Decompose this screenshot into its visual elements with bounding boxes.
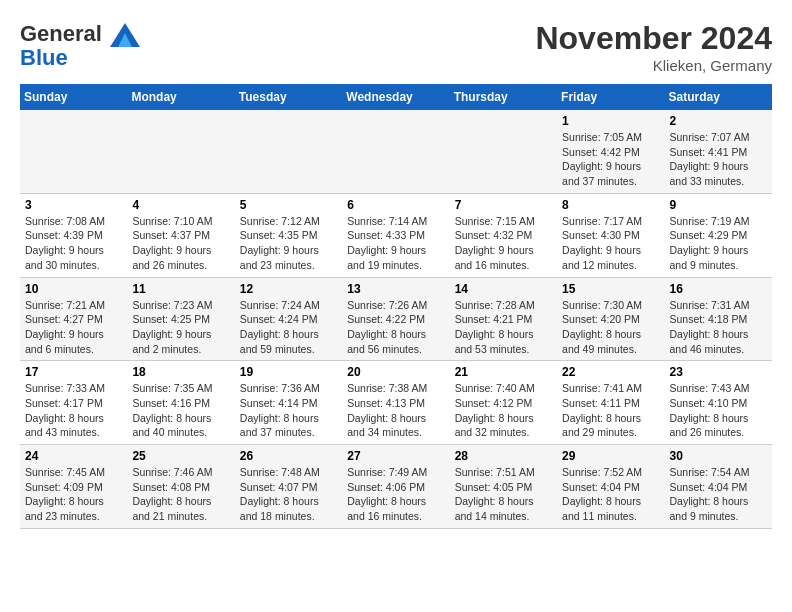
- week-row-1: 1Sunrise: 7:05 AMSunset: 4:42 PMDaylight…: [20, 110, 772, 193]
- week-row-5: 24Sunrise: 7:45 AMSunset: 4:09 PMDayligh…: [20, 445, 772, 529]
- day-info: Sunrise: 7:49 AMSunset: 4:06 PMDaylight:…: [347, 465, 444, 524]
- day-number: 24: [25, 449, 122, 463]
- calendar-cell: 24Sunrise: 7:45 AMSunset: 4:09 PMDayligh…: [20, 445, 127, 529]
- day-number: 30: [670, 449, 767, 463]
- weekday-header-wednesday: Wednesday: [342, 84, 449, 110]
- weekday-header-sunday: Sunday: [20, 84, 127, 110]
- week-row-2: 3Sunrise: 7:08 AMSunset: 4:39 PMDaylight…: [20, 193, 772, 277]
- calendar-cell: 9Sunrise: 7:19 AMSunset: 4:29 PMDaylight…: [665, 193, 772, 277]
- day-number: 4: [132, 198, 229, 212]
- title-block: November 2024 Klieken, Germany: [535, 20, 772, 74]
- day-number: 3: [25, 198, 122, 212]
- calendar-cell: 21Sunrise: 7:40 AMSunset: 4:12 PMDayligh…: [450, 361, 557, 445]
- day-info: Sunrise: 7:43 AMSunset: 4:10 PMDaylight:…: [670, 381, 767, 440]
- day-info: Sunrise: 7:54 AMSunset: 4:04 PMDaylight:…: [670, 465, 767, 524]
- day-number: 9: [670, 198, 767, 212]
- calendar-cell: 6Sunrise: 7:14 AMSunset: 4:33 PMDaylight…: [342, 193, 449, 277]
- logo: General Blue: [20, 20, 140, 70]
- calendar-cell: 27Sunrise: 7:49 AMSunset: 4:06 PMDayligh…: [342, 445, 449, 529]
- calendar-cell: 19Sunrise: 7:36 AMSunset: 4:14 PMDayligh…: [235, 361, 342, 445]
- calendar-cell: 13Sunrise: 7:26 AMSunset: 4:22 PMDayligh…: [342, 277, 449, 361]
- calendar-cell: 5Sunrise: 7:12 AMSunset: 4:35 PMDaylight…: [235, 193, 342, 277]
- calendar-cell: [127, 110, 234, 193]
- week-row-3: 10Sunrise: 7:21 AMSunset: 4:27 PMDayligh…: [20, 277, 772, 361]
- calendar-cell: 1Sunrise: 7:05 AMSunset: 4:42 PMDaylight…: [557, 110, 664, 193]
- week-row-4: 17Sunrise: 7:33 AMSunset: 4:17 PMDayligh…: [20, 361, 772, 445]
- day-number: 29: [562, 449, 659, 463]
- calendar-cell: [450, 110, 557, 193]
- day-info: Sunrise: 7:19 AMSunset: 4:29 PMDaylight:…: [670, 214, 767, 273]
- calendar-table: SundayMondayTuesdayWednesdayThursdayFrid…: [20, 84, 772, 529]
- weekday-header-saturday: Saturday: [665, 84, 772, 110]
- day-number: 23: [670, 365, 767, 379]
- day-info: Sunrise: 7:38 AMSunset: 4:13 PMDaylight:…: [347, 381, 444, 440]
- day-info: Sunrise: 7:15 AMSunset: 4:32 PMDaylight:…: [455, 214, 552, 273]
- day-info: Sunrise: 7:10 AMSunset: 4:37 PMDaylight:…: [132, 214, 229, 273]
- day-number: 2: [670, 114, 767, 128]
- day-info: Sunrise: 7:05 AMSunset: 4:42 PMDaylight:…: [562, 130, 659, 189]
- day-info: Sunrise: 7:21 AMSunset: 4:27 PMDaylight:…: [25, 298, 122, 357]
- calendar-cell: 3Sunrise: 7:08 AMSunset: 4:39 PMDaylight…: [20, 193, 127, 277]
- calendar-cell: 22Sunrise: 7:41 AMSunset: 4:11 PMDayligh…: [557, 361, 664, 445]
- calendar-cell: 15Sunrise: 7:30 AMSunset: 4:20 PMDayligh…: [557, 277, 664, 361]
- day-number: 7: [455, 198, 552, 212]
- calendar-cell: 18Sunrise: 7:35 AMSunset: 4:16 PMDayligh…: [127, 361, 234, 445]
- day-number: 15: [562, 282, 659, 296]
- calendar-cell: 29Sunrise: 7:52 AMSunset: 4:04 PMDayligh…: [557, 445, 664, 529]
- weekday-header-row: SundayMondayTuesdayWednesdayThursdayFrid…: [20, 84, 772, 110]
- logo-general: General: [20, 21, 102, 46]
- day-number: 16: [670, 282, 767, 296]
- day-number: 27: [347, 449, 444, 463]
- day-number: 6: [347, 198, 444, 212]
- day-number: 1: [562, 114, 659, 128]
- calendar-cell: 17Sunrise: 7:33 AMSunset: 4:17 PMDayligh…: [20, 361, 127, 445]
- calendar-cell: 26Sunrise: 7:48 AMSunset: 4:07 PMDayligh…: [235, 445, 342, 529]
- calendar-cell: 23Sunrise: 7:43 AMSunset: 4:10 PMDayligh…: [665, 361, 772, 445]
- page-header: General Blue November 2024 Klieken, Germ…: [20, 20, 772, 74]
- day-number: 25: [132, 449, 229, 463]
- day-number: 12: [240, 282, 337, 296]
- day-number: 10: [25, 282, 122, 296]
- day-number: 20: [347, 365, 444, 379]
- logo-blue: Blue: [20, 45, 68, 70]
- day-number: 13: [347, 282, 444, 296]
- weekday-header-tuesday: Tuesday: [235, 84, 342, 110]
- calendar-cell: 4Sunrise: 7:10 AMSunset: 4:37 PMDaylight…: [127, 193, 234, 277]
- day-info: Sunrise: 7:41 AMSunset: 4:11 PMDaylight:…: [562, 381, 659, 440]
- day-info: Sunrise: 7:33 AMSunset: 4:17 PMDaylight:…: [25, 381, 122, 440]
- day-info: Sunrise: 7:24 AMSunset: 4:24 PMDaylight:…: [240, 298, 337, 357]
- day-number: 14: [455, 282, 552, 296]
- weekday-header-friday: Friday: [557, 84, 664, 110]
- calendar-cell: 10Sunrise: 7:21 AMSunset: 4:27 PMDayligh…: [20, 277, 127, 361]
- day-info: Sunrise: 7:08 AMSunset: 4:39 PMDaylight:…: [25, 214, 122, 273]
- day-number: 11: [132, 282, 229, 296]
- day-info: Sunrise: 7:52 AMSunset: 4:04 PMDaylight:…: [562, 465, 659, 524]
- day-info: Sunrise: 7:51 AMSunset: 4:05 PMDaylight:…: [455, 465, 552, 524]
- weekday-header-monday: Monday: [127, 84, 234, 110]
- day-number: 19: [240, 365, 337, 379]
- calendar-cell: [342, 110, 449, 193]
- day-info: Sunrise: 7:45 AMSunset: 4:09 PMDaylight:…: [25, 465, 122, 524]
- calendar-cell: 28Sunrise: 7:51 AMSunset: 4:05 PMDayligh…: [450, 445, 557, 529]
- day-info: Sunrise: 7:14 AMSunset: 4:33 PMDaylight:…: [347, 214, 444, 273]
- day-number: 28: [455, 449, 552, 463]
- calendar-cell: 2Sunrise: 7:07 AMSunset: 4:41 PMDaylight…: [665, 110, 772, 193]
- calendar-cell: 25Sunrise: 7:46 AMSunset: 4:08 PMDayligh…: [127, 445, 234, 529]
- day-info: Sunrise: 7:12 AMSunset: 4:35 PMDaylight:…: [240, 214, 337, 273]
- day-number: 21: [455, 365, 552, 379]
- day-info: Sunrise: 7:30 AMSunset: 4:20 PMDaylight:…: [562, 298, 659, 357]
- calendar-cell: 14Sunrise: 7:28 AMSunset: 4:21 PMDayligh…: [450, 277, 557, 361]
- day-number: 5: [240, 198, 337, 212]
- calendar-cell: [20, 110, 127, 193]
- location: Klieken, Germany: [535, 57, 772, 74]
- calendar-cell: [235, 110, 342, 193]
- calendar-cell: 16Sunrise: 7:31 AMSunset: 4:18 PMDayligh…: [665, 277, 772, 361]
- day-info: Sunrise: 7:36 AMSunset: 4:14 PMDaylight:…: [240, 381, 337, 440]
- month-title: November 2024: [535, 20, 772, 57]
- day-info: Sunrise: 7:28 AMSunset: 4:21 PMDaylight:…: [455, 298, 552, 357]
- day-info: Sunrise: 7:26 AMSunset: 4:22 PMDaylight:…: [347, 298, 444, 357]
- calendar-cell: 30Sunrise: 7:54 AMSunset: 4:04 PMDayligh…: [665, 445, 772, 529]
- day-info: Sunrise: 7:40 AMSunset: 4:12 PMDaylight:…: [455, 381, 552, 440]
- day-info: Sunrise: 7:17 AMSunset: 4:30 PMDaylight:…: [562, 214, 659, 273]
- weekday-header-thursday: Thursday: [450, 84, 557, 110]
